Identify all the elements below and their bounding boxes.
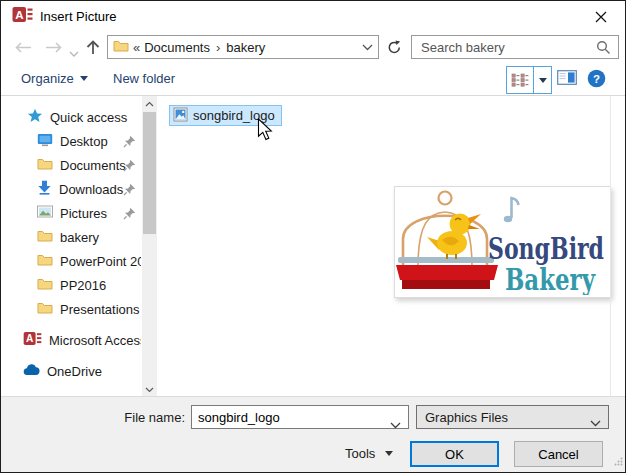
folder-icon (37, 277, 53, 293)
breadcrumb-separator: › (216, 40, 220, 55)
brand-line1: SongBird (488, 231, 604, 266)
up-icon[interactable] (85, 39, 101, 59)
search-box[interactable] (411, 35, 619, 59)
pin-icon[interactable] (123, 159, 136, 172)
sidebar-item-presentations[interactable]: Presentations (1, 298, 141, 320)
image-file-icon (173, 107, 188, 125)
new-folder-label: New folder (113, 71, 175, 86)
caret-down-icon (539, 78, 547, 83)
breadcrumb-documents[interactable]: Documents (144, 40, 210, 55)
search-icon[interactable] (596, 40, 611, 59)
breadcrumb-bakery[interactable]: bakery (226, 40, 265, 55)
sidebar-item-quick-access[interactable]: Quick access (1, 106, 141, 128)
sidebar-item-label: Documents (60, 158, 126, 173)
download-arrow-icon (37, 180, 52, 198)
preview-pane-toggle-button[interactable] (557, 70, 577, 89)
caret-down-icon (80, 76, 88, 81)
preview-pane-divider (610, 96, 611, 397)
content-area: Quick access Desktop Documents Downloads (1, 96, 625, 397)
sidebar-item-pictures[interactable]: Pictures (1, 202, 141, 224)
forward-icon[interactable] (44, 40, 63, 58)
file-type-value: Graphics Files (425, 410, 508, 425)
details-view-icon (511, 73, 529, 87)
file-name-field-label: File name: (1, 410, 185, 425)
quick-access-star-icon (27, 108, 43, 126)
resize-grip[interactable] (614, 452, 623, 470)
scrollbar-thumb[interactable] (143, 112, 156, 234)
organize-button[interactable]: Organize (21, 71, 88, 86)
sidebar-item-label: Pictures (60, 206, 107, 221)
svg-text:A: A (15, 9, 23, 21)
command-toolbar: Organize New folder (1, 63, 625, 96)
sidebar-item-label: OneDrive (47, 364, 102, 379)
sidebar-item-label: Downloads (59, 182, 123, 197)
sidebar-item-onedrive[interactable]: OneDrive (1, 360, 141, 382)
view-mode-split-button (506, 66, 552, 94)
tools-label: Tools (345, 446, 375, 461)
sidebar-item-label: Quick access (50, 110, 127, 125)
sidebar-item-label: PP2016 (60, 278, 106, 293)
sidebar-item-label: PowerPoint 2016 (60, 254, 141, 269)
ok-button[interactable]: OK (410, 441, 499, 467)
new-folder-button[interactable]: New folder (113, 71, 175, 86)
sidebar-item-desktop[interactable]: Desktop (1, 130, 141, 152)
close-button[interactable] (587, 7, 615, 26)
pin-icon[interactable] (123, 135, 136, 148)
window-title: Insert Picture (40, 9, 117, 24)
chevron-down-icon[interactable] (390, 415, 401, 433)
caret-down-icon (385, 451, 393, 456)
title-bar: A Insert Picture (1, 1, 625, 31)
sidebar-item-pp2016[interactable]: PP2016 (1, 274, 141, 296)
chevron-down-icon[interactable] (590, 415, 601, 430)
folder-icon (37, 229, 53, 245)
sidebar-scrollbar[interactable] (142, 96, 157, 397)
cancel-button[interactable]: Cancel (514, 441, 603, 467)
sidebar-item-microsoft-access[interactable]: A Microsoft Access (1, 329, 141, 351)
sidebar-item-label: Desktop (60, 134, 108, 149)
desktop-icon (37, 133, 53, 150)
address-bar[interactable]: « Documents › bakery (107, 35, 379, 59)
sidebar-item-label: Presentations (60, 302, 140, 317)
help-button[interactable]: ? (587, 69, 606, 92)
pin-icon[interactable] (123, 183, 136, 196)
file-name-combobox[interactable] (191, 405, 409, 429)
view-mode-button[interactable] (507, 67, 534, 93)
search-input[interactable] (412, 36, 599, 58)
breadcrumb-overflow[interactable]: « (133, 40, 140, 55)
scroll-up-icon[interactable] (142, 96, 157, 111)
sidebar-item-downloads[interactable]: Downloads (1, 178, 141, 200)
sidebar-item-label: bakery (60, 230, 99, 245)
pin-icon[interactable] (123, 207, 136, 220)
insert-picture-dialog: A Insert Picture « Do (0, 0, 626, 473)
dialog-footer: File name: Graphics Files Tools OK Cance… (1, 396, 625, 472)
refresh-icon[interactable] (383, 38, 405, 56)
songbird-bakery-logo: SongBird Bakery (395, 187, 608, 295)
folder-icon (37, 157, 53, 173)
sidebar-item-label: Microsoft Access (49, 333, 141, 348)
folder-icon (37, 253, 53, 269)
brand-line2: Bakery (505, 263, 596, 295)
sidebar-item-bakery[interactable]: bakery (1, 226, 141, 248)
preview-image-songbird-bakery-logo: SongBird Bakery (394, 186, 611, 298)
access-icon: A (23, 331, 42, 349)
sidebar-item-documents[interactable]: Documents (1, 154, 141, 176)
help-icon: ? (587, 69, 606, 88)
navigation-row: « Documents › bakery (1, 31, 625, 63)
scroll-down-icon[interactable] (142, 382, 157, 397)
sidebar-item-powerpoint-2016[interactable]: PowerPoint 2016 (1, 250, 141, 272)
svg-text:?: ? (593, 73, 600, 85)
preview-pane-icon (557, 70, 577, 85)
svg-text:A: A (26, 333, 34, 344)
tools-button[interactable]: Tools (345, 446, 393, 461)
back-icon[interactable] (14, 40, 33, 58)
view-mode-dropdown-button[interactable] (534, 67, 551, 93)
organize-label: Organize (21, 71, 74, 86)
file-name-input[interactable] (192, 406, 388, 428)
recent-locations-chevron-icon[interactable] (69, 44, 79, 62)
address-dropdown-chevron-icon[interactable] (356, 44, 378, 51)
file-type-dropdown[interactable]: Graphics Files (416, 405, 609, 429)
onedrive-cloud-icon (23, 364, 40, 379)
folder-icon (37, 301, 53, 317)
mouse-cursor (257, 118, 275, 146)
access-app-icon: A (12, 6, 33, 27)
